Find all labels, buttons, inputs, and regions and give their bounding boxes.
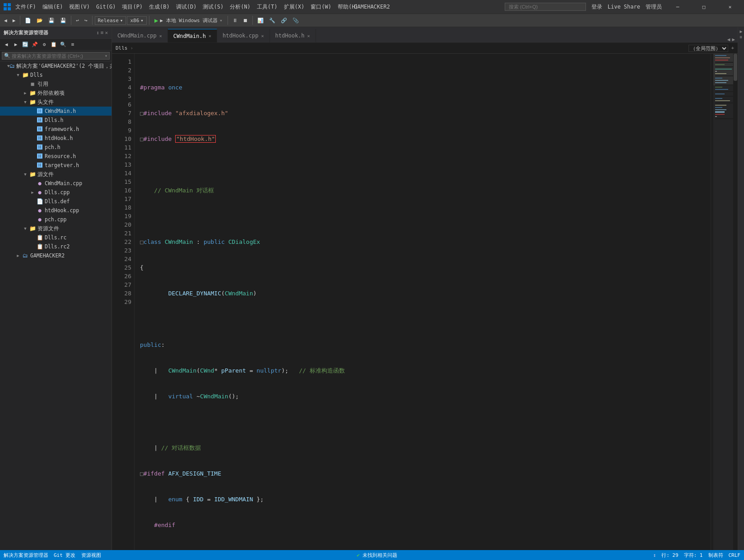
tree-external-deps[interactable]: ▶ 📁 外部依赖项 bbox=[0, 89, 112, 98]
sidebar-btn-5[interactable]: ⚙ bbox=[40, 40, 49, 49]
tree-file-cwndmain-cpp[interactable]: ● CWndMain.cpp bbox=[0, 179, 112, 188]
close-button[interactable]: ✕ bbox=[720, 0, 740, 14]
tree-file-dlls-def[interactable]: 📄 Dlls.def bbox=[0, 197, 112, 206]
tree-file-targetver-h[interactable]: 🅷 targetver.h bbox=[0, 161, 112, 170]
toolbar-forward[interactable]: ▶ bbox=[10, 17, 18, 24]
management-label[interactable]: 管理员 bbox=[646, 3, 662, 11]
status-encoding[interactable]: CRLF bbox=[729, 552, 741, 558]
menu-file[interactable]: 文件(F) bbox=[14, 3, 38, 11]
menu-build[interactable]: 生成(B) bbox=[147, 3, 172, 11]
toolbar-saveall[interactable]: 💾 bbox=[58, 17, 69, 24]
toolbar-undo[interactable]: ↩ bbox=[74, 17, 81, 24]
toolbar-open[interactable]: 📂 bbox=[34, 17, 45, 24]
toolbar-icon-5[interactable]: 🔗 bbox=[279, 17, 289, 24]
sidebar-props-icon[interactable]: ≡ bbox=[101, 30, 104, 36]
config-dropdown[interactable]: Release ▾ bbox=[95, 16, 126, 25]
tab-htdhook-h-close[interactable]: ✕ bbox=[307, 33, 310, 38]
status-resource-view[interactable]: 资源视图 bbox=[81, 552, 101, 559]
sidebar-btn-7[interactable]: 🔍 bbox=[59, 40, 68, 49]
code-content[interactable]: #pragma once □#include "afxdialogex.h" □… bbox=[135, 54, 711, 550]
menu-view[interactable]: 视图(V) bbox=[67, 3, 92, 11]
menu-analyze[interactable]: 分析(N) bbox=[228, 3, 252, 11]
live-share-btn[interactable]: Live Share bbox=[608, 4, 640, 10]
tab-cwndmain-h-close[interactable]: ✕ bbox=[209, 33, 211, 38]
sidebar-btn-8[interactable]: ≡ bbox=[68, 40, 77, 49]
status-bar: 解决方案资源管理器 Git 更改 资源视图 ✔ 未找到相关问题 ↕ 行: 29 … bbox=[0, 550, 744, 560]
tab-htdhook-cpp[interactable]: htdHook.cpp ✕ bbox=[217, 29, 270, 42]
sidebar-btn-2[interactable]: ▶ bbox=[11, 40, 20, 49]
tree-references[interactable]: ■ 引用 bbox=[0, 79, 112, 89]
tree-file-dlls-rc2[interactable]: 📋 Dlls.rc2 bbox=[0, 242, 112, 251]
tab-cwndmain-cpp-close[interactable]: ✕ bbox=[159, 33, 162, 38]
toolbar-icon-3[interactable]: 📊 bbox=[255, 17, 266, 24]
search-input[interactable] bbox=[505, 3, 586, 11]
tree-headers-folder[interactable]: ▼ 📁 头文件 bbox=[0, 98, 112, 107]
menu-edit[interactable]: 编辑(E) bbox=[41, 3, 65, 11]
tree-sources-folder[interactable]: ▼ 📁 源文件 bbox=[0, 170, 112, 179]
platform-dropdown[interactable]: x86 ▾ bbox=[127, 16, 147, 25]
menu-window[interactable]: 窗口(W) bbox=[309, 3, 333, 11]
right-icon-1[interactable]: ▶ bbox=[739, 29, 744, 34]
code-line-18: #endif bbox=[140, 521, 705, 529]
tree-file-pch-h[interactable]: 🅷 pch.h bbox=[0, 143, 112, 152]
tab-nav-right[interactable]: ▶ bbox=[732, 37, 735, 42]
line-num-7: 7 bbox=[116, 109, 131, 117]
toolbar-icon-2[interactable]: ⏹ bbox=[241, 17, 250, 24]
tab-nav-left[interactable]: ◀ bbox=[727, 37, 730, 42]
status-char[interactable]: 字符: 1 bbox=[684, 552, 703, 559]
toolbar-redo[interactable]: ↪ bbox=[82, 17, 90, 24]
tab-htdhook-cpp-close[interactable]: ✕ bbox=[261, 33, 264, 38]
tree-solution[interactable]: ▼ 🗂 解决方案'GAMEHACKER2'(2 个项目，共 2 个) bbox=[0, 61, 112, 70]
tree-project-dlls[interactable]: ▼ 📁 Dlls bbox=[0, 70, 112, 79]
tree-file-framework-h[interactable]: 🅷 framework.h bbox=[0, 125, 112, 134]
status-line-ending[interactable]: 制表符 bbox=[708, 552, 723, 559]
run-button[interactable]: ▶ ▶ 本地 Windows 调试器 ▾ bbox=[152, 16, 225, 25]
menu-project[interactable]: 项目(P) bbox=[120, 3, 144, 11]
sidebar-btn-3[interactable]: 🔄 bbox=[21, 40, 30, 49]
tab-htdhook-h[interactable]: htdHook.h ✕ bbox=[270, 29, 316, 42]
tab-cwndmain-h[interactable]: CWndMain.h ✕ bbox=[168, 29, 217, 42]
login-label[interactable]: 登录 bbox=[591, 3, 602, 11]
toolbar-back[interactable]: ◀ bbox=[2, 17, 9, 24]
sidebar-btn-6[interactable]: 📋 bbox=[49, 40, 58, 49]
breadcrumb-expand-icon[interactable]: + bbox=[731, 45, 734, 51]
right-icon-2[interactable]: ≡ bbox=[739, 36, 744, 38]
tree-file-dlls-rc[interactable]: 📋 Dlls.rc bbox=[0, 233, 112, 242]
menu-test[interactable]: 测试(S) bbox=[201, 3, 225, 11]
menu-extensions[interactable]: 扩展(X) bbox=[282, 3, 307, 11]
tree-project-gamehacker2[interactable]: ▶ 🗂 GAMEHACKER2 bbox=[0, 251, 112, 260]
tree-file-htdhook-cpp[interactable]: ● htdHook.cpp bbox=[0, 206, 112, 215]
status-solution-explorer[interactable]: 解决方案资源管理器 bbox=[4, 552, 48, 559]
expand-dlls: ▼ bbox=[14, 73, 22, 77]
sidebar-sync-icon[interactable]: ↕ bbox=[96, 30, 99, 36]
tree-file-cwndmain-h[interactable]: 🅷 CWndMain.h bbox=[0, 107, 112, 116]
scope-dropdown[interactable]: （全局范围） bbox=[688, 45, 728, 52]
menu-tools[interactable]: 工具(T) bbox=[255, 3, 279, 11]
menu-git[interactable]: Git(G) bbox=[94, 4, 117, 10]
toolbar-icon-4[interactable]: 🔧 bbox=[267, 17, 278, 24]
vertical-scrollbar-thumb[interactable] bbox=[734, 54, 737, 81]
sidebar-btn-4[interactable]: 📌 bbox=[30, 40, 39, 49]
menu-debug[interactable]: 调试(D) bbox=[174, 3, 199, 11]
tab-cwndmain-cpp[interactable]: CWndMain.cpp ✕ bbox=[112, 29, 168, 42]
tree-file-resource-h[interactable]: 🅷 Resource.h bbox=[0, 152, 112, 161]
maximize-button[interactable]: □ bbox=[693, 0, 714, 14]
sidebar-search-input[interactable] bbox=[12, 53, 105, 59]
status-row-col[interactable]: 行: 29 bbox=[661, 552, 679, 559]
vertical-scrollbar-track[interactable] bbox=[733, 54, 738, 550]
toolbar-icon-6[interactable]: 📎 bbox=[290, 17, 301, 24]
toolbar-save[interactable]: 💾 bbox=[46, 17, 57, 24]
toolbar-icon-1[interactable]: ⏸ bbox=[230, 17, 240, 24]
toolbar-new[interactable]: 📄 bbox=[23, 17, 33, 24]
tree-file-htdhook-h[interactable]: 🅷 htdHook.h bbox=[0, 134, 112, 143]
sidebar-btn-1[interactable]: ◀ bbox=[2, 40, 11, 49]
status-git[interactable]: Git 更改 bbox=[54, 552, 76, 559]
breadcrumb-path[interactable]: Dlls bbox=[116, 45, 128, 51]
tree-resources-folder[interactable]: ▼ 📁 资源文件 bbox=[0, 224, 112, 233]
tree-file-dlls-h[interactable]: 🅷 Dlls.h bbox=[0, 116, 112, 125]
tree-file-dlls-cpp[interactable]: ▶ ● Dlls.cpp bbox=[0, 188, 112, 197]
status-problems[interactable]: 未找到相关问题 bbox=[363, 552, 397, 559]
sidebar-close-icon[interactable]: ✕ bbox=[105, 30, 108, 36]
tree-file-pch-cpp[interactable]: ● pch.cpp bbox=[0, 215, 112, 224]
minimize-button[interactable]: ─ bbox=[667, 0, 688, 14]
